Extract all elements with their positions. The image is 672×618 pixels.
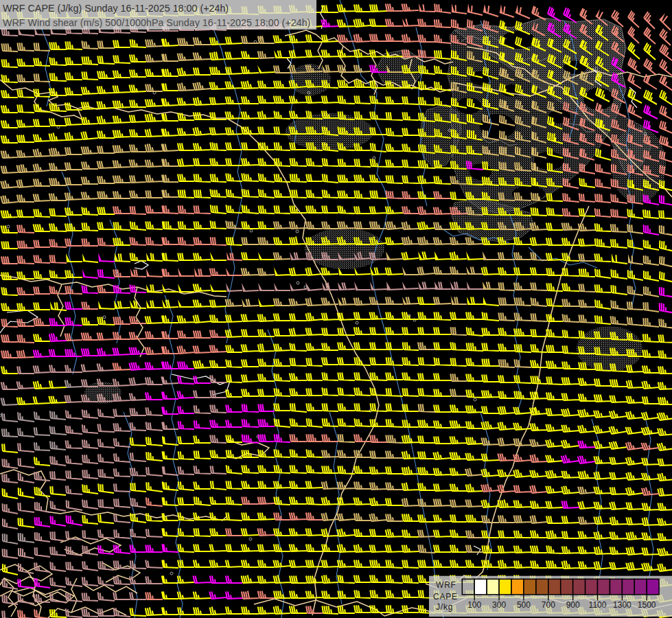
svg-text:700: 700: [542, 600, 555, 610]
svg-text:100: 100: [467, 600, 481, 610]
svg-text:WRF: WRF: [436, 580, 456, 590]
svg-text:300: 300: [492, 600, 506, 610]
svg-text:J/kg: J/kg: [436, 602, 453, 612]
svg-text:WRF Wind shear (m/s) 500/1000h: WRF Wind shear (m/s) 500/1000hPa Sunday …: [3, 17, 310, 28]
svg-text:CAPE: CAPE: [433, 592, 458, 602]
svg-text:1100: 1100: [589, 600, 607, 610]
svg-text:500: 500: [517, 600, 531, 610]
svg-text:900: 900: [566, 600, 580, 610]
svg-text:WRF CAPE (J/kg) Sunday 16-11-2: WRF CAPE (J/kg) Sunday 16-11-2025 18:00 …: [3, 3, 229, 14]
svg-text:1300: 1300: [613, 600, 632, 610]
svg-text:1500: 1500: [638, 600, 656, 610]
